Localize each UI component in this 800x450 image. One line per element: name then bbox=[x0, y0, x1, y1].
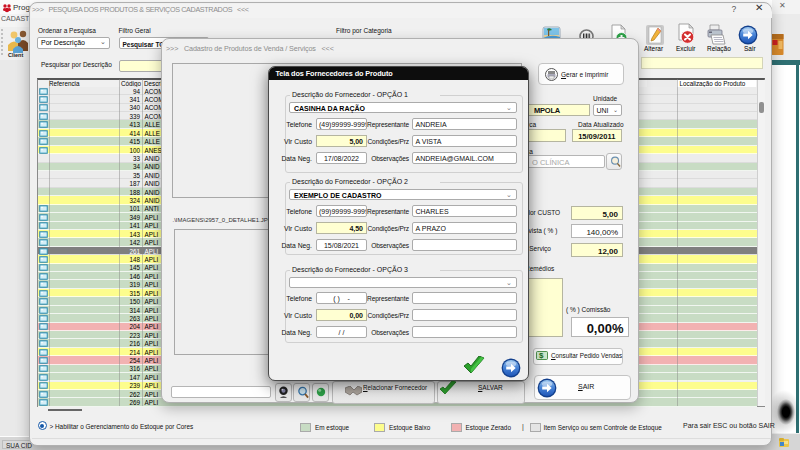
svg-text:$: $ bbox=[539, 351, 544, 360]
